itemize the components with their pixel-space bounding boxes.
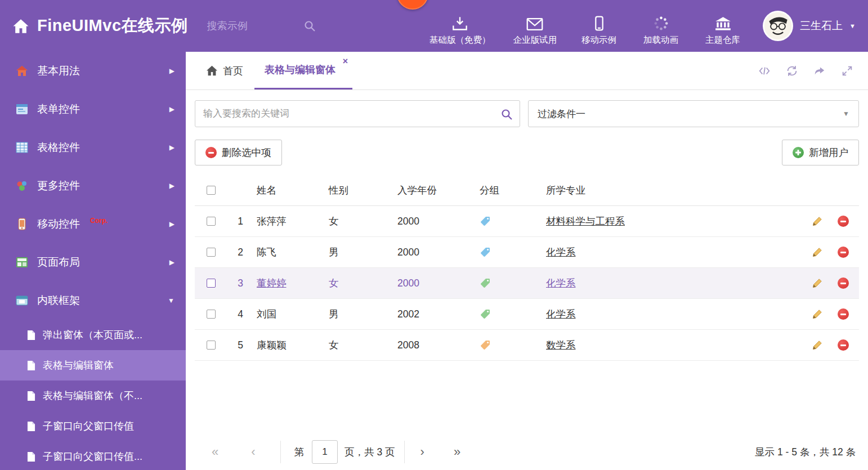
keyword-search-input[interactable] xyxy=(195,101,520,127)
search-icon[interactable] xyxy=(500,108,513,123)
grid-header-row: 姓名 性别 入学年份 分组 所学专业 xyxy=(195,174,859,206)
chevron-right-icon: ▶ xyxy=(169,258,175,266)
sidebar-item-form-controls[interactable]: 表单控件 ▶ xyxy=(0,90,186,128)
cell-name: 康颖颖 xyxy=(253,338,325,352)
select-all-checkbox[interactable] xyxy=(207,186,216,195)
close-icon[interactable]: × xyxy=(343,57,348,66)
sidebar: 基本用法 ▶ 表单控件 ▶ 表格控件 ▶ 更多控件 ▶ xyxy=(0,52,186,470)
nav-item-loading-animation[interactable]: 加载动画 xyxy=(641,15,681,46)
pagination-bar: « ‹ 第 页，共 3 页 › » 显示 1 - 5 条，共 12 条 xyxy=(186,434,868,470)
last-page-button[interactable]: » xyxy=(454,446,460,458)
sidebar-subitem-label: 子窗口向父窗口传值... xyxy=(43,450,142,463)
sidebar-item-mobile-controls[interactable]: 移动控件 Corp. ▶ xyxy=(0,205,186,243)
window-icon xyxy=(16,294,28,307)
cell-gender: 女 xyxy=(325,338,394,352)
tab-label: 首页 xyxy=(223,64,243,78)
major-link[interactable]: 数学系 xyxy=(546,339,576,351)
tab-home[interactable]: 首页 xyxy=(195,52,254,89)
nav-item-enterprise-trial[interactable]: 企业版试用 xyxy=(513,15,557,46)
sidebar-subitem-child-to-parent[interactable]: 子窗口向父窗口传值 xyxy=(0,411,186,441)
layout-icon xyxy=(16,256,28,268)
first-page-button[interactable]: « xyxy=(212,446,218,458)
row-checkbox[interactable] xyxy=(207,341,216,350)
app: FineUIMvc在线示例 FREE! 基础版（免费） 企业版试用 xyxy=(0,0,868,470)
sidebar-item-more-controls[interactable]: 更多控件 ▶ xyxy=(0,167,186,205)
page-label-suffix: 页，共 3 页 xyxy=(344,445,395,459)
delete-icon[interactable] xyxy=(838,339,849,351)
tab-tools xyxy=(758,52,868,89)
search-icon[interactable] xyxy=(303,20,316,32)
filter-dropdown[interactable]: 过滤条件一 ▼ xyxy=(528,100,859,127)
delete-icon[interactable] xyxy=(838,277,849,289)
sidebar-subitem-label: 表格与编辑窗体 xyxy=(43,359,114,372)
cell-year: 2000 xyxy=(394,216,476,227)
major-link[interactable]: 材料科学与工程系 xyxy=(546,216,625,227)
delete-icon[interactable] xyxy=(838,216,849,227)
minus-circle-icon xyxy=(205,147,217,158)
user-name: 三生石上 xyxy=(800,19,843,33)
add-user-button[interactable]: 新增用户 xyxy=(782,140,859,165)
divider xyxy=(404,441,405,463)
sidebar-item-page-layout[interactable]: 页面布局 ▶ xyxy=(0,243,186,281)
avatar xyxy=(763,11,793,41)
sidebar-item-label: 移动控件 xyxy=(37,217,80,231)
cell-name: 董婷婷 xyxy=(253,276,325,290)
refresh-icon[interactable] xyxy=(786,65,798,77)
mobile-icon xyxy=(594,15,604,31)
user-menu[interactable]: 三生石上 ▼ xyxy=(763,11,856,41)
table-icon xyxy=(16,141,28,154)
home-icon xyxy=(12,19,29,34)
tab-grid-edit-window[interactable]: 表格与编辑窗体 × xyxy=(254,52,352,89)
prev-page-button[interactable]: ‹ xyxy=(251,446,255,458)
chevron-right-icon: ▶ xyxy=(169,144,175,151)
chevron-right-icon: ▶ xyxy=(169,105,175,113)
open-new-window-icon[interactable] xyxy=(813,65,826,77)
fullscreen-icon[interactable] xyxy=(841,65,853,77)
delete-icon[interactable] xyxy=(838,247,849,258)
cell-gender: 女 xyxy=(325,276,394,290)
source-code-icon[interactable] xyxy=(758,65,771,77)
sidebar-item-label: 基本用法 xyxy=(37,64,80,78)
nav-item-theme-repo[interactable]: 主题仓库 xyxy=(703,15,742,46)
delete-selected-button[interactable]: 删除选中项 xyxy=(195,140,282,165)
next-page-button[interactable]: › xyxy=(420,446,424,458)
chevron-right-icon: ▶ xyxy=(169,182,175,190)
major-link[interactable]: 化学系 xyxy=(546,247,576,258)
edit-icon[interactable] xyxy=(812,277,823,289)
row-checkbox[interactable] xyxy=(207,217,216,226)
page-input[interactable] xyxy=(312,440,338,464)
app-title: FineUIMvc在线示例 xyxy=(37,15,188,37)
table-row: 5 康颖颖 女 2008 数学系 xyxy=(195,330,859,361)
edit-icon[interactable] xyxy=(812,308,823,320)
sidebar-subitem-grid-edit-window[interactable]: 表格与编辑窗体 xyxy=(0,350,186,381)
add-user-label: 新增用户 xyxy=(809,146,848,159)
shapes-icon xyxy=(16,180,28,192)
row-checkbox[interactable] xyxy=(207,248,216,257)
page-label-prefix: 第 xyxy=(294,445,305,459)
header-search xyxy=(207,20,316,32)
major-link[interactable]: 化学系 xyxy=(546,308,576,320)
nav-item-mobile-demo[interactable]: 移动示例 xyxy=(579,15,619,46)
home-icon xyxy=(206,65,218,76)
edit-icon[interactable] xyxy=(812,339,823,351)
row-checkbox[interactable] xyxy=(207,279,216,288)
sidebar-subitem-grid-edit-window-2[interactable]: 表格与编辑窗体（不... xyxy=(0,381,186,411)
row-checkbox[interactable] xyxy=(207,310,216,319)
major-link[interactable]: 化学系 xyxy=(546,277,576,289)
nav-item-basic-free[interactable]: FREE! 基础版（免费） xyxy=(429,15,491,46)
sidebar-subitem-label: 弹出窗体（本页面或... xyxy=(43,328,142,342)
sidebar-subitem-popup-window[interactable]: 弹出窗体（本页面或... xyxy=(0,320,186,350)
filter-row: 过滤条件一 ▼ xyxy=(186,90,868,134)
sidebar-item-basic-usage[interactable]: 基本用法 ▶ xyxy=(0,52,186,90)
page-icon xyxy=(27,421,35,432)
header-search-input[interactable] xyxy=(207,20,300,32)
top-header: FineUIMvc在线示例 FREE! 基础版（免费） 企业版试用 xyxy=(0,0,868,52)
sidebar-item-iframe[interactable]: 内联框架 ▼ xyxy=(0,281,186,320)
delete-icon[interactable] xyxy=(838,308,849,320)
sidebar-item-grid-controls[interactable]: 表格控件 ▶ xyxy=(0,128,186,167)
sidebar-subitem-child-to-parent-2[interactable]: 子窗口向父窗口传值... xyxy=(0,441,186,470)
brand[interactable]: FineUIMvc在线示例 xyxy=(12,15,188,37)
edit-icon[interactable] xyxy=(812,247,823,258)
top-nav: FREE! 基础版（免费） 企业版试用 移动示例 xyxy=(429,0,742,52)
edit-icon[interactable] xyxy=(812,216,823,227)
